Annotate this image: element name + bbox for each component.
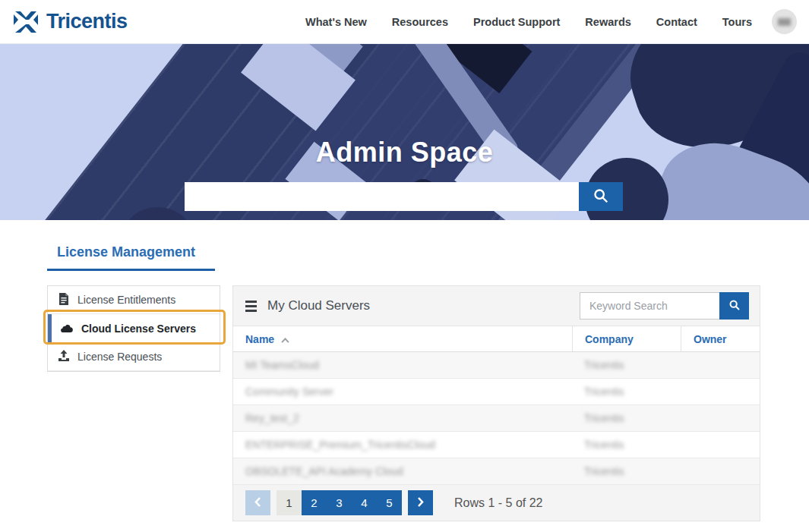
keyword-search — [580, 292, 749, 320]
section-title: License Management — [57, 244, 215, 260]
chevron-right-icon — [417, 496, 424, 509]
nav-contact[interactable]: Contact — [656, 16, 697, 28]
license-sidebar: License Entitlements Cloud License Serve… — [47, 285, 220, 372]
sidebar-item-license-entitlements[interactable]: License Entitlements — [48, 286, 220, 314]
sidebar-item-cloud-license-servers[interactable]: Cloud License Servers — [48, 314, 220, 343]
document-icon — [58, 293, 69, 307]
table-row[interactable]: Community Server Tricentis — [233, 379, 760, 405]
cell-company: Tricentis — [584, 386, 624, 398]
pagination-page-2[interactable]: 2 — [302, 490, 327, 515]
cell-company: Tricentis — [584, 465, 624, 477]
nav-product-support[interactable]: Product Support — [473, 16, 560, 28]
table-row[interactable]: MI TeamsCloud Tricentis — [233, 352, 760, 379]
cell-name: Rey_test_2 — [245, 412, 299, 424]
sidebar-item-label: Cloud License Servers — [81, 323, 196, 335]
upload-icon — [58, 350, 69, 364]
search-icon — [593, 187, 609, 206]
panel-header: My Cloud Servers — [233, 286, 760, 326]
search-icon — [728, 299, 741, 313]
nav-resources[interactable]: Resources — [392, 16, 448, 28]
cloud-icon — [60, 323, 73, 335]
top-header: Tricentis What's New Resources Product S… — [0, 0, 809, 44]
hero-search-input[interactable] — [185, 182, 579, 211]
pagination-page-1[interactable]: 1 — [277, 490, 302, 515]
rows-count-label: Rows 1 - 5 of 22 — [454, 496, 543, 510]
cell-name: OBSOLETE_API Academy Cloud — [245, 465, 403, 477]
hero-search-button[interactable] — [579, 182, 623, 211]
chevron-left-icon — [254, 496, 261, 509]
table-body: MI TeamsCloud Tricentis Community Server… — [233, 352, 760, 485]
cell-company: Tricentis — [584, 412, 624, 424]
top-nav: What's New Resources Product Support Rew… — [305, 16, 752, 28]
cell-company: Tricentis — [584, 359, 624, 371]
nav-rewards[interactable]: Rewards — [585, 16, 630, 28]
tricentis-x-icon — [12, 10, 40, 34]
page-title: Admin Space — [0, 137, 809, 168]
pagination-page-5[interactable]: 5 — [377, 490, 402, 515]
column-label: Company — [585, 333, 634, 345]
menu-icon[interactable] — [244, 297, 258, 315]
pagination-next-button[interactable] — [408, 490, 433, 515]
cell-company: Tricentis — [584, 439, 624, 451]
tricentis-logo[interactable]: Tricentis — [12, 10, 128, 34]
sort-asc-icon — [281, 333, 289, 345]
column-label: Name — [245, 333, 274, 345]
column-header-company[interactable]: Company — [572, 326, 681, 351]
keyword-search-input[interactable] — [580, 292, 719, 320]
hero-search-bar — [185, 182, 623, 211]
sidebar-item-license-requests[interactable]: License Requests — [48, 343, 220, 371]
column-label: Owner — [694, 333, 727, 345]
hero-banner: Admin Space — [0, 44, 809, 220]
column-header-name[interactable]: Name — [233, 326, 572, 351]
pagination-page-3[interactable]: 3 — [327, 490, 352, 515]
sidebar-item-label: License Requests — [77, 351, 162, 363]
cell-name: MI TeamsCloud — [245, 359, 319, 371]
cell-name: Community Server — [245, 386, 333, 398]
user-avatar[interactable] — [772, 9, 797, 34]
panel-footer: 1 2 3 4 5 Rows 1 - 5 of 22 — [233, 485, 760, 521]
main-content: License Management License Entitlements — [0, 244, 809, 521]
pagination-prev-button[interactable] — [245, 490, 270, 515]
keyword-search-button[interactable] — [719, 292, 749, 320]
brand-name: Tricentis — [46, 10, 128, 33]
table-row[interactable]: ENTERPRISE_Premium_TricentisCloud Tricen… — [233, 432, 760, 458]
cloud-servers-panel: My Cloud Servers Name — [232, 285, 760, 521]
table-header-row: Name Company Owner — [233, 326, 760, 352]
pagination-page-4[interactable]: 4 — [352, 490, 377, 515]
panel-title: My Cloud Servers — [267, 298, 370, 313]
cell-name: ENTERPRISE_Premium_TricentisCloud — [245, 439, 435, 451]
nav-tours[interactable]: Tours — [722, 16, 752, 28]
table-row[interactable]: OBSOLETE_API Academy Cloud Tricentis — [233, 458, 760, 485]
column-header-owner[interactable]: Owner — [681, 326, 760, 351]
sidebar-item-label: License Entitlements — [77, 294, 175, 306]
nav-whats-new[interactable]: What's New — [305, 16, 367, 28]
table-row[interactable]: Rey_test_2 Tricentis — [233, 405, 760, 432]
section-header: License Management — [47, 244, 215, 271]
